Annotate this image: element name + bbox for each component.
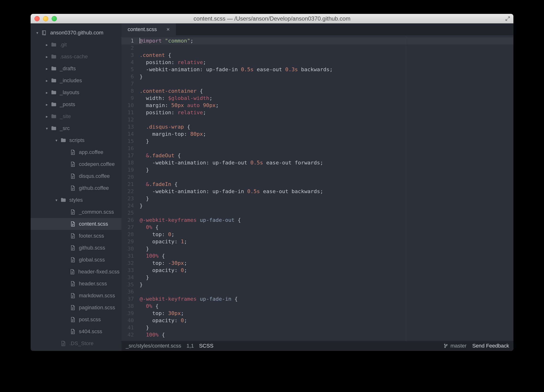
line-number[interactable]: 41 [121, 324, 134, 331]
git-branch[interactable]: master [444, 343, 467, 349]
code-line[interactable]: } [140, 138, 513, 145]
tree-folder[interactable]: ▸_site [31, 110, 121, 122]
code-line[interactable]: } [140, 281, 513, 288]
line-number[interactable]: 8 [121, 88, 134, 95]
tree-folder[interactable]: ▸_posts [31, 98, 121, 110]
code-line[interactable]: @-webkit-keyframes up-fade-out { [140, 217, 513, 224]
code-line[interactable]: &.fadeOut { [140, 152, 513, 159]
line-number[interactable]: 37 [121, 295, 134, 303]
code-line[interactable]: .content { [140, 52, 513, 59]
tree-file[interactable]: ▸global.scss [31, 254, 121, 266]
chevron-right-icon[interactable]: ▸ [45, 66, 49, 71]
code-line[interactable]: opacity: 0; [140, 267, 513, 274]
line-number[interactable]: 5 [121, 66, 134, 73]
tree-file[interactable]: ▸header-fixed.scss [31, 266, 121, 278]
line-number[interactable]: 4 [121, 59, 134, 66]
line-number[interactable]: 30 [121, 245, 134, 252]
line-number[interactable]: 40 [121, 317, 134, 324]
line-number[interactable]: 25 [121, 209, 134, 217]
chevron-right-icon[interactable]: ▸ [45, 102, 49, 107]
status-file-path[interactable]: _src/styles/content.scss [126, 343, 181, 349]
code-line[interactable]: -webkit-animation: up-fade-in 0.5s ease-… [140, 188, 513, 195]
code-editor[interactable]: 1234567891011121314151617181920212223242… [121, 35, 513, 341]
code-line[interactable]: @-webkit-keyframes up-fade-in { [140, 295, 513, 303]
line-number[interactable]: 20 [121, 173, 134, 181]
code-line[interactable] [140, 288, 513, 295]
chevron-right-icon[interactable]: ▸ [45, 42, 49, 47]
chevron-right-icon[interactable]: ▸ [45, 54, 49, 59]
line-number[interactable]: 31 [121, 252, 134, 260]
code-line[interactable]: 100% { [140, 331, 513, 339]
chevron-down-icon[interactable]: ▾ [45, 126, 49, 131]
tree-file[interactable]: ▸post.scss [31, 314, 121, 326]
line-number[interactable]: 35 [121, 281, 134, 288]
code-line[interactable]: position: relative; [140, 109, 513, 116]
tree-folder[interactable]: ▸.sass-cache [31, 51, 121, 63]
code-line[interactable] [140, 44, 513, 52]
code-line[interactable]: top: -30px; [140, 260, 513, 267]
code-line[interactable] [140, 116, 513, 123]
code-line[interactable]: } [140, 274, 513, 281]
chevron-right-icon[interactable]: ▸ [45, 114, 49, 119]
tree-file[interactable]: ▸github.coffee [31, 182, 121, 194]
tree-folder[interactable]: ▾_src [31, 122, 121, 134]
code-line[interactable] [140, 145, 513, 152]
tree-file[interactable]: ▸footer.scss [31, 230, 121, 242]
code-line[interactable]: margin: 50px auto 90px; [140, 102, 513, 109]
tree-root[interactable]: ▾anson0370.github.com [31, 27, 121, 39]
chevron-down-icon[interactable]: ▾ [54, 138, 58, 143]
send-feedback-link[interactable]: Send Feedback [472, 343, 509, 349]
line-number[interactable]: 10 [121, 102, 134, 109]
line-number[interactable]: 6 [121, 73, 134, 80]
line-number[interactable]: 3 [121, 52, 134, 59]
code-line[interactable]: opacity: 1; [140, 238, 513, 245]
line-number[interactable]: 36 [121, 288, 134, 295]
code-line[interactable]: .content-container { [140, 88, 513, 95]
code-line[interactable]: } [140, 166, 513, 173]
chevron-right-icon[interactable]: ▸ [45, 78, 49, 83]
editor-tab[interactable]: content.scss× [121, 24, 176, 35]
code-line[interactable]: } [140, 324, 513, 331]
tree-file[interactable]: ▸header.scss [31, 278, 121, 290]
line-number[interactable]: 7 [121, 80, 134, 88]
line-number[interactable]: 22 [121, 188, 134, 195]
code-line[interactable]: opacity: 0; [140, 317, 513, 324]
code-line[interactable]: top: 0; [140, 231, 513, 238]
line-number[interactable]: 15 [121, 138, 134, 145]
tree-file[interactable]: ▸codepen.coffee [31, 158, 121, 170]
line-number[interactable]: 11 [121, 109, 134, 116]
code-line[interactable]: position: relative; [140, 59, 513, 66]
line-number[interactable]: 13 [121, 123, 134, 131]
line-number[interactable]: 32 [121, 260, 134, 267]
code-line[interactable]: } [140, 195, 513, 202]
tree-folder[interactable]: ▾scripts [31, 134, 121, 146]
tree-folder[interactable]: ▸_drafts [31, 63, 121, 75]
chevron-down-icon[interactable]: ▾ [54, 198, 58, 202]
line-number[interactable]: 2 [121, 44, 134, 52]
code-line[interactable]: } [140, 73, 513, 80]
tree-file[interactable]: ▸s404.scss [31, 326, 121, 338]
tree-file[interactable]: ▸.DS_Store [31, 338, 121, 350]
code-line[interactable]: } [140, 245, 513, 252]
line-number[interactable]: 14 [121, 131, 134, 138]
code-line[interactable]: &.fadeIn { [140, 181, 513, 188]
code-line[interactable]: @import "common"; [136, 37, 513, 44]
tree-file[interactable]: ▸app.coffee [31, 146, 121, 158]
code-line[interactable]: margin-top: 80px; [140, 131, 513, 138]
tab-bar[interactable]: content.scss× [121, 24, 513, 35]
minimize-window-button[interactable] [43, 16, 48, 21]
close-window-button[interactable] [34, 16, 40, 21]
line-number[interactable]: 12 [121, 116, 134, 123]
code-line[interactable]: top: 30px; [140, 310, 513, 317]
code-line[interactable]: -webkit-animation: up-fade-in 0.5s ease-… [140, 66, 513, 73]
status-language[interactable]: SCSS [199, 343, 213, 349]
code-line[interactable] [140, 173, 513, 181]
code-line[interactable]: 0% { [140, 303, 513, 310]
line-number[interactable]: 21 [121, 181, 134, 188]
line-number[interactable]: 28 [121, 231, 134, 238]
tree-file[interactable]: ▸pagination.scss [31, 302, 121, 314]
titlebar[interactable]: content.scss — /Users/anson/Develop/anso… [31, 14, 513, 24]
line-number[interactable]: 17 [121, 152, 134, 159]
line-number[interactable]: 29 [121, 238, 134, 245]
code-line[interactable]: -webkit-animation: up-fade-out 0.5s ease… [140, 159, 513, 166]
